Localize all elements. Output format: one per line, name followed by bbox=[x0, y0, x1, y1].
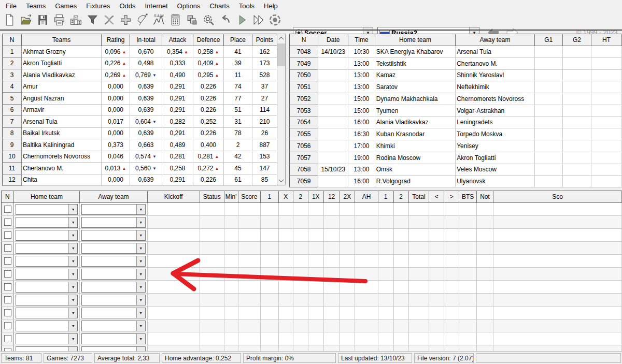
g1-cell[interactable] bbox=[534, 176, 562, 187]
attack-cell[interactable]: 0,291 bbox=[162, 174, 193, 186]
satellite-icon[interactable] bbox=[135, 13, 149, 26]
bet-col-header-12-11[interactable]: 12 bbox=[323, 191, 340, 203]
place-cell[interactable]: 74 bbox=[224, 81, 252, 93]
scrollbar-thumb[interactable] bbox=[277, 43, 285, 66]
table-row[interactable]: 705516:30Kuban KrasnodarTorpedo Moskva bbox=[290, 128, 622, 140]
home-team-dropdown-row-5[interactable]: ▼ bbox=[16, 256, 78, 267]
rating-cell[interactable]: 0,000 bbox=[102, 93, 130, 105]
fast-forward-icon[interactable] bbox=[251, 13, 265, 26]
attack-cell[interactable]: 0,291 bbox=[162, 93, 193, 105]
home-team-cell[interactable]: Khimki bbox=[375, 140, 455, 152]
table-row[interactable]: 7Arsenal Tula0,0170,604▼0,2820,25231210 bbox=[3, 116, 277, 128]
bet-col-header-2x-12[interactable]: 2X bbox=[340, 191, 355, 203]
teams-col-header-attack[interactable]: Attack bbox=[162, 34, 193, 46]
defence-cell[interactable]: 0,272▲ bbox=[193, 163, 224, 174]
dropdown-arrow-button[interactable]: ▼ bbox=[68, 230, 77, 240]
row-number-cell[interactable]: 8 bbox=[3, 127, 22, 139]
cut-icon[interactable] bbox=[102, 13, 116, 26]
defence-cell[interactable]: 0,226 bbox=[193, 93, 224, 105]
bet-col-header-1-14[interactable]: 1 bbox=[378, 191, 393, 203]
attack-cell[interactable]: 0,291 bbox=[162, 81, 193, 93]
ht-cell[interactable] bbox=[591, 93, 621, 105]
home-team-cell[interactable]: Kamaz bbox=[375, 69, 455, 81]
bet-col-header---17[interactable]: < bbox=[429, 191, 444, 203]
attack-cell[interactable]: 0,291 bbox=[162, 104, 193, 116]
bet-col-header-1x-10[interactable]: 1X bbox=[308, 191, 323, 203]
points-cell[interactable]: 162 bbox=[252, 46, 277, 58]
points-cell[interactable]: 210 bbox=[252, 116, 277, 128]
bet-col-header-sco-21[interactable]: Sco bbox=[493, 191, 622, 203]
dropdown-arrow-button[interactable]: ▼ bbox=[68, 347, 77, 352]
table-row[interactable]: 704913:00TekstilshtikChertanovo M. bbox=[290, 57, 622, 69]
away-team-dropdown-row-7[interactable]: ▼ bbox=[81, 282, 145, 293]
team-name-cell[interactable]: Chertanovo M. bbox=[22, 163, 102, 174]
filter-icon[interactable] bbox=[86, 13, 99, 26]
place-cell[interactable]: 11 bbox=[224, 69, 252, 81]
points-cell[interactable]: 27 bbox=[252, 93, 277, 105]
points-cell[interactable]: 26 bbox=[252, 127, 277, 139]
points-cell[interactable]: 85 bbox=[252, 174, 277, 186]
in-total-cell[interactable]: 0,560▼ bbox=[130, 163, 162, 174]
home-team-cell[interactable]: Saratov bbox=[375, 81, 455, 93]
row-number-cell[interactable]: 11 bbox=[3, 163, 22, 174]
place-cell[interactable]: 51 bbox=[224, 104, 252, 116]
fixture-number-cell[interactable]: 7057 bbox=[290, 152, 318, 164]
menu-item-file[interactable]: File bbox=[1, 1, 21, 11]
row-checkbox[interactable] bbox=[4, 283, 11, 290]
ht-cell[interactable] bbox=[591, 128, 621, 140]
undo-icon[interactable] bbox=[218, 13, 232, 26]
g2-cell[interactable] bbox=[562, 57, 591, 69]
ht-cell[interactable] bbox=[591, 176, 621, 187]
menu-item-games[interactable]: Games bbox=[50, 1, 81, 11]
date-cell[interactable] bbox=[318, 176, 348, 187]
row-number-cell[interactable]: 1 bbox=[3, 46, 22, 58]
team-name-cell[interactable]: Chernomorets Novoross bbox=[22, 151, 102, 163]
away-team-cell[interactable]: Leningradets bbox=[456, 117, 535, 128]
away-team-cell[interactable]: Chernomorets Novoross bbox=[456, 93, 535, 105]
team-name-cell[interactable]: Angust Nazran bbox=[22, 93, 102, 105]
time-cell[interactable]: 16:30 bbox=[348, 128, 375, 140]
dropdown-arrow-button[interactable]: ▼ bbox=[68, 282, 77, 292]
fixture-number-cell[interactable]: 7055 bbox=[290, 128, 318, 140]
place-cell[interactable]: 2 bbox=[224, 139, 252, 151]
fixtures-col-header-g1[interactable]: G1 bbox=[534, 34, 562, 46]
table-row[interactable]: 6Armavir0,0000,6390,2910,22651114 bbox=[3, 104, 277, 116]
team-name-cell[interactable]: Baltika Kaliningrad bbox=[22, 139, 102, 151]
row-checkbox[interactable] bbox=[4, 219, 11, 226]
fixture-number-cell[interactable]: 7050 bbox=[290, 69, 318, 81]
points-cell[interactable]: 153 bbox=[252, 151, 277, 163]
dropdown-arrow-button[interactable]: ▼ bbox=[136, 243, 145, 253]
g2-cell[interactable] bbox=[562, 46, 591, 58]
table-row[interactable]: 705215:00Dynamo MakhachkalaChernomorets … bbox=[290, 93, 622, 105]
g2-cell[interactable] bbox=[562, 140, 591, 152]
away-team-cell[interactable]: Volgar-Astrakhan bbox=[456, 105, 535, 117]
team-name-cell[interactable]: Akron Togliatti bbox=[22, 57, 102, 69]
time-cell[interactable]: 16:00 bbox=[348, 117, 375, 128]
away-team-cell[interactable]: Akron Togliatti bbox=[456, 152, 535, 164]
time-cell[interactable]: 16:00 bbox=[348, 176, 375, 187]
row-number-cell[interactable]: 10 bbox=[3, 151, 22, 163]
dropdown-arrow-button[interactable]: ▼ bbox=[136, 230, 145, 240]
table-row[interactable]: 8Baikal Irkutsk0,0000,6390,2910,2267826 bbox=[3, 127, 277, 139]
defence-cell[interactable]: 0,258▲ bbox=[193, 46, 224, 58]
ht-cell[interactable] bbox=[591, 105, 621, 117]
home-team-dropdown-row-6[interactable]: ▼ bbox=[16, 269, 78, 280]
row-number-cell[interactable]: 12 bbox=[3, 174, 22, 186]
place-cell[interactable]: 31 bbox=[224, 116, 252, 128]
defence-cell[interactable]: 0,281▲ bbox=[193, 151, 224, 163]
dropdown-arrow-button[interactable]: ▼ bbox=[68, 256, 77, 266]
standings-icon[interactable]: 123 bbox=[69, 13, 82, 26]
bet-col-header-bts-19[interactable]: BTS bbox=[459, 191, 477, 203]
table-row[interactable]: 1Akhmat Grozny0,096▲0,6700,354▲0,258▲411… bbox=[3, 46, 277, 58]
away-team-cell[interactable]: Yenisey bbox=[456, 140, 535, 152]
time-cell[interactable]: 15:00 bbox=[348, 93, 375, 105]
bet-col-header-x-8[interactable]: X bbox=[278, 191, 293, 203]
dropdown-arrow-button[interactable]: ▼ bbox=[136, 308, 145, 318]
play-icon[interactable] bbox=[235, 13, 248, 26]
place-cell[interactable]: 78 bbox=[224, 127, 252, 139]
in-total-cell[interactable]: 0,639 bbox=[130, 81, 162, 93]
team-name-cell[interactable]: Baikal Irkutsk bbox=[22, 127, 102, 139]
ht-cell[interactable] bbox=[591, 117, 621, 128]
g1-cell[interactable] bbox=[534, 128, 562, 140]
ht-cell[interactable] bbox=[591, 140, 621, 152]
